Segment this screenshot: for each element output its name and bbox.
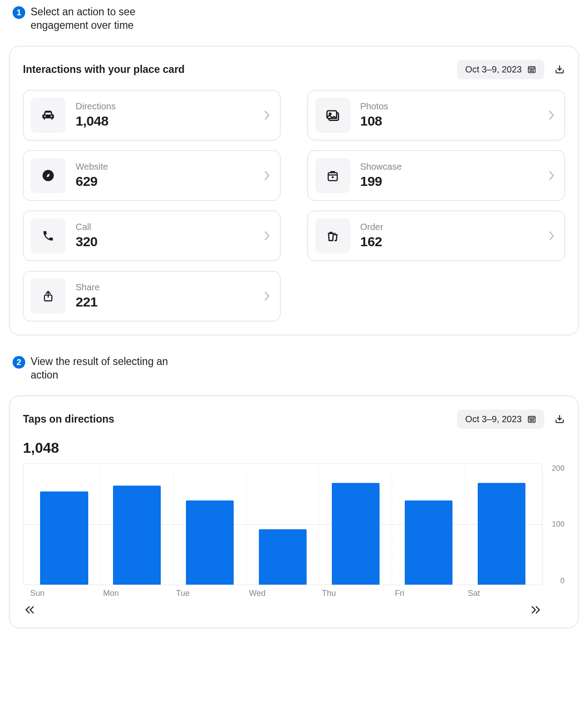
download-button[interactable] xyxy=(554,414,565,424)
taps-title: Taps on directions xyxy=(23,413,114,425)
svg-point-5 xyxy=(531,71,532,72)
x-tick: Sat xyxy=(465,589,538,598)
tile-label: Photos xyxy=(360,101,538,112)
chevron-right-icon xyxy=(548,110,555,120)
annotation-2: 2 View the result of selecting an action xyxy=(13,355,579,382)
bar xyxy=(113,486,161,584)
tile-directions[interactable]: Directions 1,048 xyxy=(23,90,280,140)
tile-showcase[interactable]: Showcase 199 xyxy=(308,150,565,201)
bar xyxy=(186,500,234,585)
annotation-number-2: 2 xyxy=(17,357,22,367)
svg-point-15 xyxy=(531,419,532,419)
svg-point-4 xyxy=(530,71,530,72)
date-range-text: Oct 3–9, 2023 xyxy=(465,64,522,75)
annotation-number-1: 1 xyxy=(17,8,22,18)
svg-point-14 xyxy=(530,419,530,419)
photos-icon xyxy=(315,98,350,133)
chevron-right-icon xyxy=(264,110,270,120)
chart-next-button[interactable] xyxy=(530,605,542,614)
taps-bar-chart: 200 100 0 xyxy=(23,464,543,585)
tile-call[interactable]: Call 320 xyxy=(23,211,280,261)
tile-label: Website xyxy=(76,162,254,172)
svg-point-1 xyxy=(530,69,530,70)
chevron-right-icon xyxy=(264,231,270,241)
bar-column xyxy=(101,469,174,585)
chevron-right-icon xyxy=(548,171,555,180)
x-tick: Tue xyxy=(173,589,246,598)
date-range-text: Oct 3–9, 2023 xyxy=(465,414,522,424)
bar xyxy=(405,500,452,585)
y-axis: 200 100 0 xyxy=(544,464,565,585)
date-range-picker[interactable]: Oct 3–9, 2023 xyxy=(457,410,544,429)
svg-point-18 xyxy=(531,421,532,421)
svg-point-2 xyxy=(531,69,532,70)
svg-point-3 xyxy=(533,69,534,70)
chevron-right-icon xyxy=(548,231,555,241)
annotation-marker-1: 1 xyxy=(13,6,25,19)
tile-website[interactable]: Website 629 xyxy=(23,150,280,201)
interactions-card: Interactions with your place card Oct 3–… xyxy=(9,46,579,335)
taps-header: Taps on directions Oct 3–9, 2023 xyxy=(23,410,543,429)
interactions-header: Interactions with your place card Oct 3–… xyxy=(23,60,565,79)
annotation-1: 1 Select an action to see engagement ove… xyxy=(13,5,579,32)
tile-value: 1,048 xyxy=(76,113,254,129)
tile-label: Call xyxy=(76,222,254,232)
interactions-title: Interactions with your place card xyxy=(23,63,185,76)
tile-value: 320 xyxy=(76,234,254,249)
bar xyxy=(332,483,380,585)
taps-card: Taps on directions Oct 3–9, 2023 1,048 xyxy=(9,396,579,628)
bar xyxy=(259,529,307,585)
annotation-text-2: View the result of selecting an action xyxy=(31,355,175,382)
bar-column xyxy=(28,469,101,585)
download-button[interactable] xyxy=(554,64,565,75)
tile-photos[interactable]: Photos 108 xyxy=(308,90,565,140)
svg-point-16 xyxy=(533,419,534,419)
x-tick: Thu xyxy=(319,589,392,598)
calendar-icon xyxy=(527,65,536,74)
date-range-picker[interactable]: Oct 3–9, 2023 xyxy=(457,60,544,79)
bar-column xyxy=(465,469,538,585)
calendar-icon xyxy=(527,415,536,424)
annotation-text-1: Select an action to see engagement over … xyxy=(31,5,175,32)
tile-label: Order xyxy=(360,222,538,232)
x-tick: Wed xyxy=(246,589,319,598)
tiles-grid: Directions 1,048 Photos 108 xyxy=(23,90,565,321)
x-tick: Mon xyxy=(100,589,173,598)
svg-point-17 xyxy=(530,421,530,421)
svg-point-6 xyxy=(533,71,534,72)
x-tick: Fri xyxy=(392,589,465,598)
tile-label: Showcase xyxy=(360,162,538,172)
bar xyxy=(40,491,88,584)
tile-value: 108 xyxy=(360,113,538,129)
x-tick: Sun xyxy=(27,589,100,598)
chevron-right-icon xyxy=(264,171,270,180)
chart-nav xyxy=(23,605,543,614)
compass-icon xyxy=(31,158,66,193)
car-icon xyxy=(31,98,66,133)
showcase-icon xyxy=(315,158,350,193)
tile-order[interactable]: Order 162 xyxy=(308,211,565,261)
tile-value: 162 xyxy=(360,234,538,249)
bar-column xyxy=(174,469,247,585)
tile-label: Share xyxy=(76,282,254,293)
tile-value: 199 xyxy=(360,174,538,189)
tile-share[interactable]: Share 221 xyxy=(23,271,280,321)
interactions-header-right: Oct 3–9, 2023 xyxy=(457,60,565,79)
annotation-marker-2: 2 xyxy=(13,356,25,369)
bar-column xyxy=(319,469,392,585)
bar-column xyxy=(247,469,320,585)
y-tick: 200 xyxy=(552,464,565,473)
bar xyxy=(478,483,525,585)
chevron-right-icon xyxy=(264,291,270,301)
share-icon xyxy=(31,279,66,314)
order-icon xyxy=(315,218,350,253)
tile-label: Directions xyxy=(76,101,254,112)
phone-icon xyxy=(31,218,66,253)
y-tick: 0 xyxy=(561,577,565,586)
tile-value: 629 xyxy=(76,174,254,189)
y-tick: 100 xyxy=(552,520,565,529)
svg-point-19 xyxy=(533,421,534,421)
taps-total: 1,048 xyxy=(23,440,543,456)
chart-prev-button[interactable] xyxy=(24,605,36,614)
tile-value: 221 xyxy=(76,294,254,310)
